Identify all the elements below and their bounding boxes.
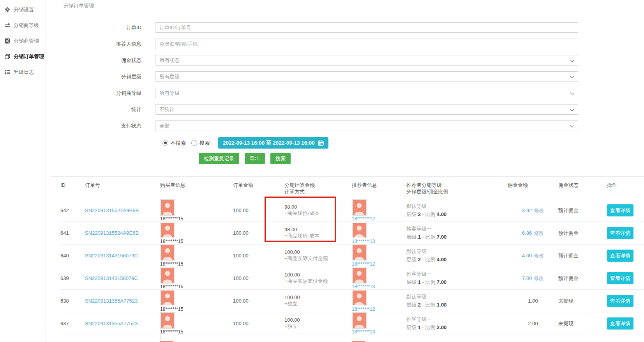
buyer-avatar [160,222,175,238]
calendar-icon [318,140,324,146]
commission-status-select[interactable]: 所有状态 [155,55,578,66]
order-no-link[interactable]: SN2209131355A77523 [85,298,160,304]
gear-icon [5,7,10,12]
view-details-button[interactable]: 查看详情 [607,272,633,284]
commission-amount: 6.86 [522,230,532,236]
export-button[interactable]: 导出 [245,153,265,164]
buyer-avatar [160,267,175,284]
referrer-avatar [352,199,367,216]
referrer-avatar [352,267,367,284]
view-details-button[interactable]: 查看详情 [607,295,633,307]
table-row: 642 SN22091315524A9E6B 18*******15 100.0… [60,199,644,222]
referrer-level-detail: 层级:2 - 比例:1.00 [406,301,446,308]
referrer-phone-link[interactable]: 18*******13 [352,284,375,289]
referrer-level-name: 推客等级一 [406,225,432,232]
view-details-button[interactable]: 查看详情 [607,250,633,262]
field-label: 分销层级 [46,71,141,82]
calc-amount: 100.00 [284,272,300,278]
referrer-level-detail: 层级:1 - 比例:7.00 [406,234,446,241]
field-label: 支付状态 [46,120,141,131]
distributor-level-select[interactable]: 所有等级 [155,88,578,98]
column-header-amount: 订单金额 [233,182,284,195]
view-details-button[interactable]: 查看详情 [607,317,633,330]
calc-method: +商品实际支付金额 [284,278,328,285]
modify-link[interactable]: 修改 [534,275,544,282]
buyer-avatar [160,199,175,216]
sidebar-item-distribution-settings[interactable]: 分销设置 [0,2,46,18]
calc-amount: 100.00 [284,294,300,300]
buyer-phone: 18*******15 [160,284,183,289]
buyer-phone: 18*******15 [160,261,183,267]
action-buttons-row: 检测重复记录 导出 搜索 [199,153,644,164]
referrer-level-name: 推客等级一 [406,316,432,323]
referrer-avatar [352,222,367,238]
order-no-link[interactable]: SN220913143156079C [85,275,160,281]
commission-amount: 4.00 [522,253,532,259]
sidebar-item-distributor-level[interactable]: 分销商等级 [0,18,46,33]
field-label: 佣金状态 [46,55,141,66]
referrer-phone-link[interactable]: 18*******12 [352,307,375,312]
column-header-commission: 佣金金额 [508,182,558,195]
referrer-info-input[interactable] [155,39,578,49]
buyer-avatar [160,335,233,342]
search-button[interactable]: 搜索 [270,153,291,164]
order-no-link[interactable]: SN220913143156079C [85,253,160,259]
sidebar-item-label: 升级日志 [14,69,34,76]
calc-method: +商品实际支付金额 [284,255,328,262]
referrer-level-detail: 层级:1 - 比例:7.00 [406,279,446,286]
sliders-icon [5,23,10,28]
commission-status: 预计佣金 [558,230,607,237]
distribution-layer-select[interactable]: 所有层级 [155,71,578,82]
sidebar: 分销设置 分销商等级 分销商管理 分销订单管理 升级日志 [0,0,46,342]
buyer-phone: 18*******15 [160,239,183,244]
order-no-link[interactable]: SN22091315524A9E6B [85,207,160,213]
search-label[interactable]: 搜索 [199,140,210,147]
calc-method: +商品现价-成本 [284,210,319,217]
orders-table: ID 订单号 购买者信息 订单金额 分销计算金额 计算方式 推荐者信息 推荐者分… [46,176,644,342]
sidebar-item-label: 分销商等级 [14,22,39,29]
payment-status-select[interactable]: 全部 [155,120,578,131]
view-details-button[interactable]: 查看详情 [607,204,633,216]
view-details-button[interactable]: 查看详情 [607,227,633,239]
no-search-label[interactable]: 不搜索 [171,140,186,147]
buyer-phone: 18*******15 [160,216,183,222]
list-icon [5,69,10,75]
referrer-level-name: 推客等级一 [406,271,432,278]
modify-link[interactable]: 修改 [534,230,544,237]
copy-icon [5,54,10,59]
row-id: 638 [60,298,85,304]
detect-duplicates-button[interactable]: 检测重复记录 [199,153,239,164]
modify-link[interactable]: 修改 [534,252,544,259]
order-no-link[interactable]: SN2209131355A77523 [85,321,160,326]
calc-amount: 100.00 [284,317,300,323]
buyer-avatar [160,245,175,261]
page-title: 分销订单管理 [64,2,94,9]
statistics-select[interactable]: 不统计 [155,104,578,115]
sidebar-item-upgrade-log[interactable]: 升级日志 [0,64,46,80]
sidebar-item-distribution-orders[interactable]: 分销订单管理 [0,49,46,64]
no-search-radio[interactable] [162,140,168,146]
field-label: 统计 [46,104,141,115]
order-no-link[interactable]: SN22091315524A9E6B [85,230,160,236]
search-radio[interactable] [191,140,197,146]
modify-link[interactable]: 修改 [534,207,544,214]
order-id-input[interactable] [155,22,578,33]
calc-amount: 98.00 [284,227,297,232]
buyer-phone: 18*******15 [160,329,183,335]
referrer-phone-link[interactable]: 18*******13 [352,329,375,335]
column-header-buyer: 购买者信息 [160,182,233,195]
sidebar-item-distributor-management[interactable]: 分销商管理 [0,33,46,49]
referrer-phone-link[interactable]: 18*******12 [352,261,375,267]
table-row: 637 SN2209131355A77523 18*******15 100.0… [60,312,644,335]
calc-amount: 98.00 [284,204,297,210]
date-range-button[interactable]: 2022-09-13 16:00 至 2022-09-13 16:00 [218,137,328,149]
referrer-phone-link[interactable]: 18*******13 [352,239,375,244]
buyer-avatar [160,312,175,329]
calc-method: +独立 [284,323,298,330]
referrer-phone-link[interactable]: 18*******12 [352,216,375,222]
column-header-action: 操作 [607,182,644,195]
commission-status: 预计佣金 [558,207,607,214]
table-row: 639 SN220913143156079C 18*******15 100.0… [60,267,644,289]
column-header-status: 佣金状态 [558,182,607,195]
commission-amount: 1.00 [528,298,538,304]
